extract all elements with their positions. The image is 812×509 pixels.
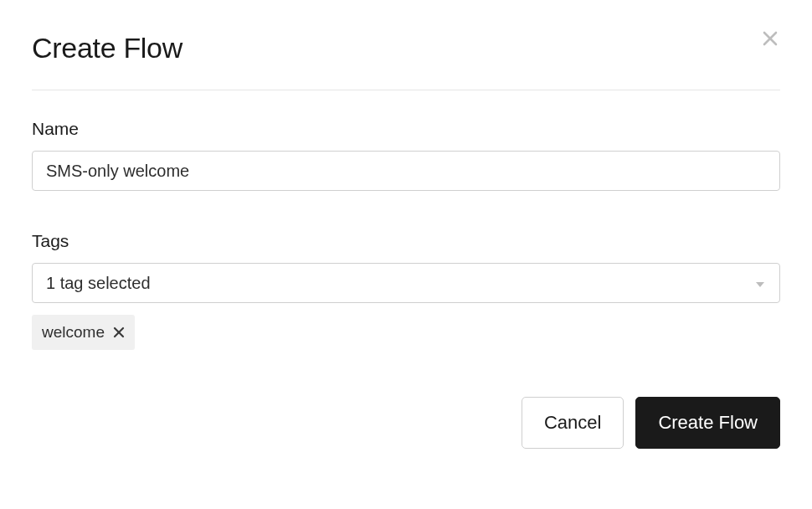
tags-selected-text: 1 tag selected (46, 274, 151, 293)
name-label: Name (32, 119, 780, 139)
tags-group: Tags 1 tag selected welcome (32, 231, 780, 350)
cancel-button[interactable]: Cancel (522, 397, 624, 449)
tags-label: Tags (32, 231, 780, 251)
modal-footer: Cancel Create Flow (32, 397, 780, 449)
tag-chip: welcome (32, 315, 135, 350)
close-button[interactable] (760, 28, 780, 49)
tag-remove-button[interactable] (113, 326, 125, 338)
tags-select-wrapper: 1 tag selected (32, 263, 780, 303)
name-group: Name (32, 119, 780, 191)
create-flow-button[interactable]: Create Flow (635, 397, 780, 449)
close-icon (113, 326, 125, 338)
modal-title: Create Flow (32, 32, 182, 64)
tag-chip-label: welcome (42, 323, 105, 342)
tag-chips: welcome (32, 315, 780, 350)
tags-select[interactable]: 1 tag selected (32, 263, 780, 303)
svg-marker-2 (756, 282, 764, 287)
modal-header: Create Flow (32, 32, 780, 90)
name-input[interactable] (32, 151, 780, 191)
create-flow-modal: Create Flow Name Tags 1 tag selected (0, 0, 812, 481)
chevron-down-icon (754, 274, 766, 293)
close-icon (760, 39, 780, 51)
